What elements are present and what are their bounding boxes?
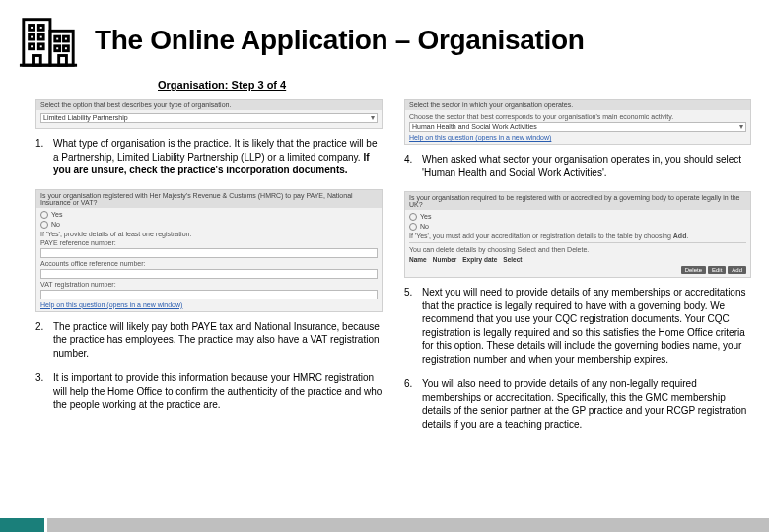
note-5: 5. Next you will need to provide details… <box>404 286 751 366</box>
svg-rect-12 <box>55 46 60 51</box>
svg-rect-0 <box>24 20 50 66</box>
vat-input[interactable] <box>40 290 378 299</box>
shot2-hint: If 'Yes', provide details of at least on… <box>40 231 378 237</box>
delete-button[interactable]: Delete <box>681 266 706 274</box>
note-3: 3. It is important to provide this infor… <box>35 371 383 412</box>
vat-label: VAT registration number: <box>40 281 378 288</box>
svg-rect-5 <box>30 34 35 39</box>
edit-button[interactable]: Edit <box>708 266 726 274</box>
org-type-select[interactable]: Limited Liability Partnership <box>40 113 378 123</box>
shot4-hint1: If 'Yes', you must add your accreditatio… <box>409 233 671 239</box>
svg-rect-14 <box>59 56 67 66</box>
accounts-label: Accounts office reference number: <box>40 260 378 267</box>
svg-rect-4 <box>38 26 43 31</box>
footer-bar <box>0 518 769 532</box>
svg-rect-8 <box>38 44 43 49</box>
svg-rect-3 <box>30 26 35 31</box>
paye-input[interactable] <box>40 248 378 258</box>
step-subtitle: Organisation: Step 3 of 4 <box>158 79 769 91</box>
shot4-hint2: You can delete details by choosing Selec… <box>409 246 746 253</box>
note-6: 6. You will also need to provide details… <box>404 377 751 431</box>
radio-no-2[interactable]: No <box>409 223 746 231</box>
accred-table-head: Name Number Expiry date Select <box>409 256 746 263</box>
sector-select[interactable]: Human Health and Social Work Activities <box>409 122 746 132</box>
radio-yes[interactable]: Yes <box>40 211 378 219</box>
shot4-label: Is your organisation required to be regi… <box>405 192 750 210</box>
svg-rect-7 <box>30 44 35 49</box>
screenshot-sector: Select the sector in which your organisa… <box>404 99 751 145</box>
page-title: The Online Application – Organisation <box>95 25 585 56</box>
help-link-2[interactable]: Help on this question (opens in a new wi… <box>409 134 746 141</box>
left-column: Select the option that best describes yo… <box>35 99 383 442</box>
paye-label: PAYE reference number: <box>40 239 378 246</box>
shot2-label: Is your organisation registered with Her… <box>36 190 382 208</box>
radio-yes-2[interactable]: Yes <box>409 213 746 221</box>
radio-no[interactable]: No <box>40 221 378 229</box>
building-icon <box>14 10 83 71</box>
help-link[interactable]: Help on this question (opens in a new wi… <box>40 301 378 308</box>
shot3-label: Select the sector in which your organisa… <box>405 100 750 110</box>
accounts-input[interactable] <box>40 269 378 279</box>
screenshot-org-type: Select the option that best describes yo… <box>35 99 383 129</box>
svg-rect-10 <box>55 36 60 41</box>
add-button[interactable]: Add <box>728 266 746 274</box>
shot1-label: Select the option that best describes yo… <box>36 100 382 110</box>
screenshot-hmrc: Is your organisation registered with Her… <box>35 189 383 312</box>
svg-rect-6 <box>38 34 43 39</box>
screenshot-governing-body: Is your organisation required to be regi… <box>404 191 751 278</box>
shot3-hint: Choose the sector that best corresponds … <box>409 113 746 120</box>
svg-rect-9 <box>34 56 41 66</box>
svg-rect-13 <box>64 46 69 51</box>
svg-rect-11 <box>64 36 69 41</box>
note-2: 2. The practice will likely pay both PAY… <box>35 320 383 361</box>
note-4: 4. When asked what sector your organisat… <box>404 153 751 179</box>
note-1: 1. What type of organisation is the prac… <box>35 137 383 177</box>
right-column: Select the sector in which your organisa… <box>404 99 751 442</box>
